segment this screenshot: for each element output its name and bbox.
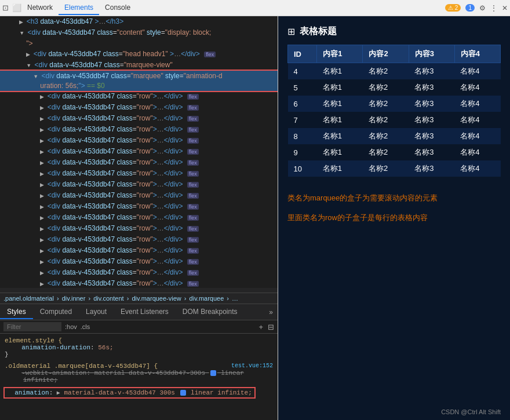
table-row: 7名称1名称2名称3名称4: [288, 112, 501, 128]
tab-computed[interactable]: Computed: [33, 305, 79, 319]
dom-line[interactable]: ▶ <div data-v-453ddb47 class="row">…</di…: [0, 157, 278, 168]
horizontal-scrollbar[interactable]: [0, 288, 278, 293]
css-source[interactable]: test.vue:152: [231, 363, 273, 369]
table-cell: 10: [288, 160, 317, 177]
more-icon[interactable]: ⋮: [490, 4, 497, 12]
tab-dom-breakpoints[interactable]: DOM Breakpoints: [176, 305, 245, 319]
col-content2: 内容2: [363, 45, 409, 63]
tab-console[interactable]: Console: [99, 1, 136, 15]
css-colon: :: [90, 344, 98, 351]
dom-line-marquee[interactable]: ▼ <div data-v-453ddb47 class="marquee" s…: [0, 71, 278, 91]
css-colon: :: [49, 389, 57, 396]
table-cell: 名称1: [317, 144, 363, 160]
more-tabs-icon[interactable]: »: [264, 308, 278, 316]
dom-line[interactable]: ▶ <div data-v-453ddb47 class="row">…</di…: [0, 190, 278, 201]
table-cell: 名称3: [409, 160, 454, 177]
pseudo-hover[interactable]: :hov: [65, 323, 77, 330]
table-cell: 8: [288, 128, 317, 144]
filter-input[interactable]: [3, 322, 61, 331]
dom-line[interactable]: ▶ <div data-v-453ddb47 class="row">…</di…: [0, 201, 278, 212]
dom-line[interactable]: ▶ <div data-v-453ddb47 class="row">…</di…: [0, 212, 278, 223]
tab-styles[interactable]: Styles: [0, 305, 33, 319]
dom-line[interactable]: ▼ <div data-v-453ddb47 class="content" s…: [0, 27, 278, 38]
tab-elements[interactable]: Elements: [59, 1, 99, 15]
dom-line[interactable]: ▶ <div data-v-453ddb47 class="row">…</di…: [0, 267, 278, 278]
description-block: 类名为marquee的盒子为需要滚动内容的元素 里面类名为row的子盒子是每行的…: [287, 191, 501, 230]
breadcrumb-item[interactable]: div.marquee-view: [132, 295, 181, 302]
css-prop-value-cont: linear infinite;: [187, 389, 252, 396]
css-prop-line-infinite[interactable]: infinite;: [5, 377, 273, 384]
breadcrumb-item[interactable]: div.marquee: [190, 295, 224, 302]
toggle-icon[interactable]: ⊟: [268, 323, 274, 331]
warning-badge: ⚠ 2: [445, 4, 461, 12]
dom-line[interactable]: ▶ <div data-v-453ddb47 class="row">…</di…: [0, 234, 278, 245]
dom-line[interactable]: ▶ <div data-v-453ddb47 class="row">…</di…: [0, 278, 278, 288]
tab-event-listeners[interactable]: Event Listeners: [114, 305, 176, 319]
css-prop-name: -webkit-animation: [21, 370, 86, 377]
description-line-2: 里面类名为row的子盒子是每行的表格内容: [287, 210, 501, 225]
dom-line[interactable]: ▶ <div data-v-453ddb47 class="row">…</di…: [0, 124, 278, 135]
breadcrumb-item[interactable]: .panel.oldmaterial: [3, 295, 54, 302]
table-cell: 4: [288, 63, 317, 80]
table-cell: 名称1: [317, 128, 363, 144]
dom-line[interactable]: ▶ <div data-v-453ddb47 class="row">…</di…: [0, 179, 278, 190]
css-prop-name: animation: [14, 389, 49, 396]
devtools-topbar: ⊡ ⬜ Network Elements Console ⚠ 2 1 ⚙ ⋮ ✕: [0, 0, 510, 16]
tab-network[interactable]: Network: [21, 1, 59, 15]
table-cell: 名称3: [409, 112, 454, 128]
left-devtools-panel: ▶ <h3 data-v-453ddb47 >…</h3> ▼ <div dat…: [0, 16, 278, 420]
inspect-icon[interactable]: ⊡: [2, 3, 9, 12]
dom-line[interactable]: ▶ <div data-v-453ddb47 class="row">…</di…: [0, 146, 278, 157]
breadcrumb-ellipsis[interactable]: …: [232, 295, 238, 302]
table-cell: 名称2: [363, 128, 409, 144]
table-cell: 名称1: [317, 63, 363, 80]
breadcrumb-item[interactable]: div.content: [93, 295, 123, 302]
dom-line[interactable]: ▶ <div data-v-453ddb47 class="row">…</di…: [0, 245, 278, 256]
dom-line[interactable]: ▶ <h3 data-v-453ddb47 >…</h3>: [0, 16, 278, 27]
dom-line[interactable]: ▶ <div data-v-453ddb47 class="row">…</di…: [0, 223, 278, 234]
table-cell: 名称2: [363, 96, 409, 112]
dom-line[interactable]: ▼ <div data-v-453ddb47 class="marquee-vi…: [0, 60, 278, 71]
breadcrumb-item[interactable]: div.inner: [62, 295, 86, 302]
table-row: 10名称1名称2名称3名称4: [288, 160, 501, 177]
css-prop-line[interactable]: animation-duration: 56s;: [5, 344, 273, 351]
right-panel: ⊞ 表格标题 ID 内容1 内容2 内容3 内容4 4名称1名称2名称3名称45…: [278, 16, 510, 420]
table-cell: 名称4: [454, 79, 500, 96]
cls-toggle[interactable]: .cls: [81, 323, 90, 330]
device-icon[interactable]: ⬜: [12, 3, 21, 12]
footer: CSDN @Ctrl Alt Shift: [287, 404, 501, 415]
data-table: ID 内容1 内容2 内容3 内容4 4名称1名称2名称3名称45名称1名称2名…: [287, 45, 501, 177]
dom-line[interactable]: ▶ <div data-v-453ddb47 class="head headv…: [0, 49, 278, 60]
table-cell: 名称4: [454, 144, 500, 160]
dom-line[interactable]: ▶ <div data-v-453ddb47 class="row">…</di…: [0, 256, 278, 267]
table-cell: 5: [288, 79, 317, 96]
dom-tree-wrapper: ▶ <h3 data-v-453ddb47 >…</h3> ▼ <div dat…: [0, 16, 278, 288]
dom-tree[interactable]: ▶ <h3 data-v-453ddb47 >…</h3> ▼ <div dat…: [0, 16, 278, 288]
tab-layout[interactable]: Layout: [79, 305, 114, 319]
css-prop-line-animation[interactable]: animation: ▶ material-data-v-453ddb47 30…: [7, 389, 252, 396]
table-cell: 名称4: [454, 128, 500, 144]
dom-line[interactable]: ▶ <div data-v-453ddb47 class="row">…</di…: [0, 135, 278, 146]
close-icon[interactable]: ✕: [502, 4, 508, 12]
checkbox-animation[interactable]: [180, 390, 186, 396]
dom-line[interactable]: ▶ <div data-v-453ddb47 class="row">…</di…: [0, 102, 278, 113]
css-prop-value-cont: linear: [217, 370, 244, 377]
table-row: 8名称1名称2名称3名称4: [288, 128, 501, 144]
table-cell: 名称1: [317, 79, 363, 96]
css-prop-value: material-data-v-453ddb47 300s: [64, 389, 178, 396]
table-cell: 名称4: [454, 96, 500, 112]
dom-line[interactable]: ▶ <div data-v-453ddb47 class="row">…</di…: [0, 113, 278, 124]
col-content4: 内容4: [454, 45, 500, 63]
dom-line[interactable]: ">: [0, 38, 278, 49]
css-prop-line-webkit[interactable]: -webkit-animation: material data-v-453dd…: [5, 370, 273, 377]
table-cell: 名称3: [409, 144, 454, 160]
add-rule-icon[interactable]: +: [258, 323, 263, 331]
checkbox-webkit[interactable]: [210, 370, 216, 376]
main-area: ▶ <h3 data-v-453ddb47 >…</h3> ▼ <div dat…: [0, 16, 510, 420]
styles-tab-bar: Styles Computed Layout Event Listeners D…: [0, 304, 278, 320]
table-cell: 7: [288, 112, 317, 128]
dom-line[interactable]: ▶ <div data-v-453ddb47 class="row">…</di…: [0, 168, 278, 179]
settings-icon[interactable]: ⚙: [479, 4, 486, 12]
dom-line[interactable]: ▶ <div data-v-453ddb47 class="row">…</di…: [0, 91, 278, 102]
table-cell: 名称4: [454, 160, 500, 177]
